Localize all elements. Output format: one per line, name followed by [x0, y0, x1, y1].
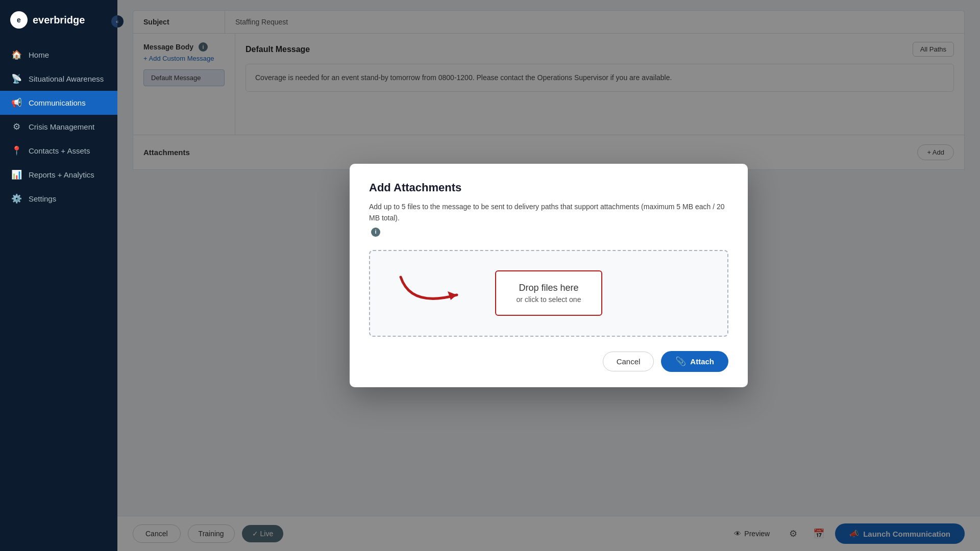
main-area: Subject Staffing Request Message Body i …	[117, 0, 980, 551]
logo-icon: e	[10, 11, 28, 29]
sidebar-item-label-communications: Communications	[29, 98, 86, 107]
sidebar-item-label-crisis-management: Crisis Management	[29, 122, 94, 131]
sidebar-nav: 🏠 Home 📡 Situational Awareness 📢 Communi…	[0, 38, 117, 551]
arrow-annotation	[390, 267, 482, 320]
settings-icon: ⚙️	[11, 193, 21, 204]
logo-text: everbridge	[33, 14, 85, 26]
communications-icon: 📢	[11, 97, 21, 108]
paperclip-icon: 📎	[675, 356, 686, 367]
sidebar-item-situational-awareness[interactable]: 📡 Situational Awareness	[0, 67, 117, 91]
modal-cancel-button[interactable]: Cancel	[603, 352, 654, 371]
contacts-assets-icon: 📍	[11, 145, 21, 156]
modal-overlay[interactable]: Add Attachments Add up to 5 files to the…	[117, 0, 980, 551]
modal-description: Add up to 5 files to the message to be s…	[369, 202, 728, 236]
drop-zone-inner[interactable]: Drop files here or click to select one	[495, 270, 603, 316]
sidebar-item-label-situational-awareness: Situational Awareness	[29, 74, 104, 83]
situational-awareness-icon: 📡	[11, 73, 21, 84]
sidebar-item-label-reports-analytics: Reports + Analytics	[29, 170, 94, 179]
sidebar-item-crisis-management[interactable]: ⚙ Crisis Management	[0, 115, 117, 139]
modal-footer: Cancel 📎 Attach	[369, 351, 728, 372]
sidebar-item-settings[interactable]: ⚙️ Settings	[0, 187, 117, 211]
reports-analytics-icon: 📊	[11, 169, 21, 180]
sidebar-logo: e everbridge	[0, 0, 117, 38]
sidebar-item-label-settings: Settings	[29, 194, 56, 203]
crisis-management-icon: ⚙	[11, 121, 21, 132]
or-click-text: or click to select one	[517, 295, 581, 304]
sidebar-item-contacts-assets[interactable]: 📍 Contacts + Assets	[0, 139, 117, 163]
sidebar-item-communications[interactable]: 📢 Communications	[0, 91, 117, 115]
modal-title: Add Attachments	[369, 181, 728, 194]
sidebar-item-reports-analytics[interactable]: 📊 Reports + Analytics	[0, 163, 117, 187]
drop-files-text: Drop files here	[517, 283, 581, 293]
modal-attach-button[interactable]: 📎 Attach	[661, 351, 728, 372]
sidebar-item-label-home: Home	[29, 51, 49, 59]
attach-label: Attach	[690, 357, 714, 366]
sidebar-item-label-contacts-assets: Contacts + Assets	[29, 146, 90, 155]
file-drop-zone[interactable]: Drop files here or click to select one	[369, 250, 728, 337]
home-icon: 🏠	[11, 49, 21, 60]
sidebar-item-home[interactable]: 🏠 Home	[0, 43, 117, 67]
modal-info-icon: i	[371, 228, 380, 237]
sidebar: e everbridge « 🏠 Home 📡 Situational Awar…	[0, 0, 117, 551]
add-attachments-modal: Add Attachments Add up to 5 files to the…	[350, 164, 748, 387]
